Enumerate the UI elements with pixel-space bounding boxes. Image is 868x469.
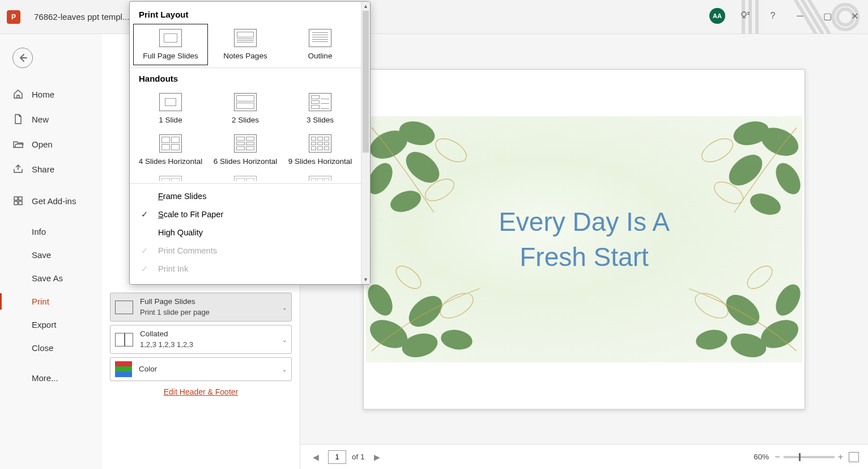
- check-scale-fit[interactable]: ✓ Scale to Fit Paper: [130, 205, 361, 223]
- close-button[interactable]: ✕: [848, 9, 861, 23]
- collated-icon: [115, 333, 133, 347]
- fit-to-window-button[interactable]: [849, 452, 859, 462]
- nav-addins[interactable]: Get Add-ins: [0, 188, 102, 213]
- svg-point-30: [771, 280, 802, 320]
- next-page-button[interactable]: ▶: [371, 453, 384, 462]
- handout-3-slides[interactable]: 3 Slides: [283, 88, 358, 129]
- nav-label: New: [32, 115, 49, 124]
- checkmark-icon: ✓: [141, 264, 148, 273]
- user-avatar[interactable]: AA: [709, 8, 725, 24]
- handout-1-slide[interactable]: 1 Slide: [133, 88, 208, 129]
- grid-icon: [12, 195, 24, 206]
- nav-export[interactable]: Export: [0, 313, 102, 336]
- nav-saveas[interactable]: Save As: [0, 267, 102, 290]
- checkmark-icon: ✓: [141, 246, 148, 255]
- zoom-out-button[interactable]: −: [775, 452, 780, 462]
- scroll-down-icon[interactable]: ▼: [361, 275, 370, 284]
- slide-title: Every Day Is A Fresh Start: [366, 204, 802, 274]
- svg-rect-4: [19, 197, 22, 200]
- coming-soon-icon[interactable]: [739, 9, 752, 23]
- chevron-down-icon: ⌄: [282, 336, 287, 343]
- zoom-in-button[interactable]: +: [838, 452, 843, 462]
- svg-point-26: [436, 288, 477, 323]
- svg-point-12: [432, 134, 470, 167]
- popup-scrollbar[interactable]: ▲ ▼: [361, 2, 370, 284]
- handout-4-horizontal[interactable]: 4 Slides Horizontal: [133, 129, 208, 171]
- back-button[interactable]: [12, 48, 33, 68]
- layout-outline[interactable]: Outline: [283, 24, 358, 65]
- check-high-quality[interactable]: High Quality: [130, 223, 361, 242]
- check-label: Print Ink: [158, 264, 188, 273]
- nav-label: Info: [32, 227, 46, 236]
- color-dropdown[interactable]: Color ⌄: [110, 357, 292, 381]
- svg-point-33: [691, 288, 732, 323]
- collate-title: Collated: [140, 329, 287, 340]
- svg-rect-5: [14, 201, 18, 205]
- check-print-ink: ✓ Print Ink: [130, 260, 361, 278]
- color-title: Color: [139, 364, 287, 375]
- svg-point-25: [439, 327, 474, 352]
- check-label: Frame Slides: [158, 192, 206, 201]
- help-button[interactable]: ?: [766, 9, 780, 23]
- nav-open[interactable]: Open: [0, 132, 102, 157]
- nav-label: Open: [32, 140, 53, 149]
- svg-point-16: [771, 159, 802, 198]
- backstage-nav: Home New Open Share Get Add-ins Info Sav…: [0, 34, 102, 469]
- svg-point-9: [366, 159, 398, 198]
- nav-print[interactable]: Print: [0, 290, 102, 313]
- collate-dropdown[interactable]: Collated 1,2,3 1,2,3 1,2,3 ⌄: [110, 325, 292, 354]
- check-frame-slides[interactable]: Frame Slides: [130, 187, 361, 205]
- zoom-slider[interactable]: [784, 456, 835, 458]
- page-number-input[interactable]: [328, 450, 346, 464]
- nav-label: Save As: [32, 273, 63, 283]
- nav-label: More...: [32, 373, 58, 383]
- layout-full-page[interactable]: Full Page Slides: [133, 24, 208, 65]
- file-icon: [12, 113, 24, 125]
- svg-rect-3: [14, 197, 18, 200]
- handout-9-horizontal[interactable]: 9 Slides Horizontal: [283, 129, 358, 171]
- color-icon: [115, 361, 132, 377]
- nav-label: Close: [32, 343, 53, 353]
- check-label: Print Comments: [158, 246, 217, 255]
- scroll-thumb[interactable]: [363, 11, 369, 153]
- preview-statusbar: ◀ of 1 ▶ 60% − +: [300, 444, 868, 469]
- layout-dropdown[interactable]: Full Page Slides Print 1 slide per page …: [110, 293, 292, 322]
- print-layout-popup: Print Layout Full Page Slides Notes Page…: [129, 1, 371, 285]
- section-print-layout: Print Layout: [130, 6, 361, 24]
- svg-point-17: [723, 149, 768, 192]
- edit-header-footer-link[interactable]: Edit Header & Footer: [164, 387, 239, 396]
- handout-6-horizontal[interactable]: 6 Slides Horizontal: [208, 129, 283, 171]
- nav-label: Export: [32, 320, 56, 329]
- checkmark-icon: ✓: [141, 210, 148, 219]
- svg-point-19: [698, 134, 737, 167]
- app-logo: P: [7, 10, 20, 24]
- layout-notes-pages[interactable]: Notes Pages: [208, 24, 283, 65]
- maximize-button[interactable]: ▢: [820, 9, 834, 23]
- nav-home[interactable]: Home: [0, 82, 102, 107]
- nav-share[interactable]: Share: [0, 157, 102, 181]
- nav-info[interactable]: Info: [0, 220, 102, 243]
- chevron-down-icon: ⌄: [282, 366, 287, 373]
- nav-new[interactable]: New: [0, 107, 102, 132]
- nav-close[interactable]: Close: [0, 336, 102, 360]
- folder-open-icon: [12, 138, 24, 150]
- zoom-percent-label: 60%: [754, 453, 769, 461]
- check-label: Scale to Fit Paper: [158, 210, 223, 219]
- minimize-button[interactable]: ─: [793, 9, 807, 23]
- nav-save[interactable]: Save: [0, 243, 102, 267]
- share-icon: [12, 163, 24, 175]
- svg-point-2: [742, 12, 746, 16]
- prev-page-button[interactable]: ◀: [309, 453, 322, 462]
- svg-point-10: [400, 146, 445, 189]
- nav-more[interactable]: More...: [0, 366, 102, 390]
- check-print-comments: ✓ Print Comments: [130, 242, 361, 260]
- document-filename: 76862-leaves ppt templ...: [34, 12, 129, 22]
- svg-point-32: [694, 327, 729, 352]
- nav-label: Home: [32, 90, 54, 99]
- handout-2-slides[interactable]: 2 Slides: [208, 88, 283, 129]
- svg-rect-6: [19, 201, 22, 205]
- nav-label: Get Add-ins: [32, 196, 76, 206]
- nav-label: Print: [32, 297, 49, 306]
- svg-point-24: [403, 290, 448, 333]
- scroll-up-icon[interactable]: ▲: [361, 2, 370, 11]
